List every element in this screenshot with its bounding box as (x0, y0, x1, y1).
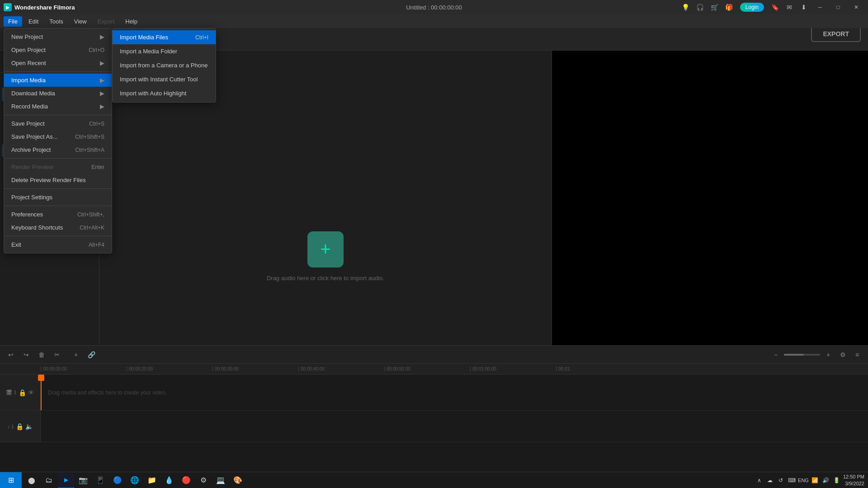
import-folder-label: Import a Media Folder (120, 48, 177, 55)
menu-exit[interactable]: Exit Alt+F4 (4, 238, 112, 251)
tray-battery-icon[interactable]: 🔋 (832, 476, 841, 485)
menu-view[interactable]: View (70, 16, 91, 27)
taskbar-search-button[interactable]: ⬤ (24, 472, 40, 488)
menu-export[interactable]: Export (93, 16, 119, 27)
taskbar-icons: ⬤ 🗂 ▶ 📷 📱 🔵 🌐 📁 💧 🔴 ⚙ 💻 🎨 (22, 472, 248, 488)
zoom-slider-fill (784, 354, 804, 356)
video-track-content: Drag media and effects here to create yo… (41, 375, 868, 410)
maximize-button[interactable]: □ (830, 0, 846, 14)
preferences-label: Preferences (11, 211, 43, 218)
taskbar-store-button[interactable]: 📷 (75, 472, 91, 488)
zoom-in-button[interactable]: + (822, 348, 835, 361)
audio-track-content (41, 411, 868, 442)
taskbar-icon12[interactable]: 🎨 (230, 472, 246, 488)
tray-network-icon[interactable]: 📶 (811, 476, 820, 485)
tray-refresh-icon[interactable]: ↺ (776, 476, 785, 485)
taskbar-lang[interactable]: ENG (798, 478, 809, 483)
tray-volume-icon[interactable]: 🔊 (821, 476, 830, 485)
taskbar-filmora-button[interactable]: ▶ (58, 472, 74, 488)
timeline-more-icon[interactable]: ≡ (851, 348, 863, 361)
menu-project-settings[interactable]: Project Settings (4, 191, 112, 204)
menu-save-project[interactable]: Save Project Ctrl+S (4, 117, 112, 130)
project-settings-label: Project Settings (11, 194, 52, 201)
add-track-button[interactable]: + (70, 348, 82, 361)
export-button[interactable]: EXPORT (811, 26, 861, 42)
taskbar-icon11[interactable]: 💻 (212, 472, 229, 488)
menu-save-project-as[interactable]: Save Project As... Ctrl+Shift+S (4, 130, 112, 143)
lock-icon[interactable]: 🔒 (19, 389, 26, 396)
video-track-placeholder: Drag media and effects here to create yo… (41, 389, 167, 396)
tray-keyboard-icon[interactable]: ⌨ (787, 476, 796, 485)
cart-icon[interactable]: 🛒 (708, 1, 721, 14)
menu-keyboard-shortcuts[interactable]: Keyboard Shortcuts Ctrl+Alt+K (4, 221, 112, 234)
menu-archive-project[interactable]: Archive Project Ctrl+Shift+A (4, 143, 112, 156)
record-media-arrow: ▶ (100, 103, 104, 110)
menu-open-project[interactable]: Open Project Ctrl+O (4, 43, 112, 56)
taskbar-pin1-button[interactable]: 🔵 (109, 472, 126, 488)
delete-button[interactable]: 🗑 (35, 348, 48, 361)
taskbar-files-button[interactable]: 🗂 (41, 472, 57, 488)
zoom-out-button[interactable]: − (769, 348, 782, 361)
login-button[interactable]: Login (740, 3, 764, 12)
menu-record-media[interactable]: Record Media ▶ (4, 100, 112, 113)
titlebar-controls: 💡 🎧 🛒 🎁 Login 🔖 ✉ ⬇ ─ □ ✕ (679, 0, 864, 14)
submenu-import-camera[interactable]: Import from a Camera or a Phone (113, 58, 216, 72)
tray-chevron-icon[interactable]: ∧ (755, 476, 764, 485)
menu-file[interactable]: File (4, 16, 22, 27)
close-button[interactable]: ✕ (848, 0, 864, 14)
headphone-icon[interactable]: 🎧 (694, 1, 707, 14)
import-add-button[interactable]: + (307, 231, 344, 267)
undo-button[interactable]: ↩ (5, 348, 17, 361)
bulb-icon[interactable]: 💡 (679, 1, 692, 14)
taskbar-time[interactable]: 12:50 PM 3/9/2022 (843, 474, 864, 487)
menu-tools[interactable]: Tools (45, 16, 67, 27)
audio-lock-icon[interactable]: 🔒 (16, 423, 24, 430)
menu-sep-1 (4, 71, 112, 72)
open-recent-label: Open Recent (11, 60, 46, 66)
taskbar-phone-button[interactable]: 📱 (92, 472, 108, 488)
import-auto-label: Import with Auto Highlight (120, 90, 186, 97)
menu-delete-preview[interactable]: Delete Preview Render Files (4, 174, 112, 187)
save-project-label: Save Project (11, 120, 45, 127)
menu-open-recent[interactable]: Open Recent ▶ (4, 56, 112, 70)
exit-shortcut: Alt+F4 (89, 242, 104, 248)
menu-import-media[interactable]: Import Media ▶ (4, 74, 112, 87)
taskbar-settings-button[interactable]: ⚙ (195, 472, 212, 488)
taskbar-folder-button[interactable]: 📁 (144, 472, 160, 488)
import-files-label: Import Media Files (120, 34, 168, 41)
import-media-label: Import Media (11, 77, 46, 84)
tray-cloud-icon[interactable]: ☁ (765, 476, 774, 485)
download-icon[interactable]: ⬇ (797, 1, 810, 14)
submenu-import-instant[interactable]: Import with Instant Cutter Tool (113, 72, 216, 86)
menu-preferences[interactable]: Preferences Ctrl+Shift+, (4, 208, 112, 221)
redo-button[interactable]: ↪ (20, 348, 33, 361)
taskbar-dropbox-button[interactable]: 💧 (161, 472, 177, 488)
taskbar-edge-button[interactable]: 🌐 (127, 472, 143, 488)
import-submenu: Import Media Files Ctrl+I Import a Media… (112, 28, 216, 103)
menu-new-project[interactable]: New Project ▶ (4, 30, 112, 43)
menu-edit[interactable]: Edit (24, 16, 43, 27)
import-files-shortcut: Ctrl+I (195, 34, 208, 41)
logo-icon: ▶ (4, 3, 12, 11)
menu-help[interactable]: Help (121, 16, 142, 27)
gift-icon[interactable]: 🎁 (723, 1, 736, 14)
submenu-import-files[interactable]: Import Media Files Ctrl+I (113, 30, 216, 44)
import-media-arrow: ▶ (100, 77, 104, 84)
submenu-import-folder[interactable]: Import a Media Folder (113, 44, 216, 58)
scissors-button[interactable]: ✂ (51, 348, 63, 361)
taskbar-icon9[interactable]: 🔴 (178, 472, 194, 488)
audio-volume-icon[interactable]: 🔈 (25, 423, 33, 430)
zoom-slider[interactable] (784, 354, 820, 356)
timeline-settings-icon[interactable]: ⚙ (836, 348, 849, 361)
minimize-button[interactable]: ─ (812, 0, 828, 14)
ruler-mark-2: 00:00:30:00 (212, 366, 298, 371)
menu-render-preview: Render Preview Enter (4, 160, 112, 174)
link-button[interactable]: 🔗 (85, 348, 98, 361)
start-button[interactable]: ⊞ (0, 472, 22, 488)
ruler-mark-1: 00:00:20:00 (127, 366, 212, 371)
bookmark-icon[interactable]: 🔖 (769, 1, 781, 14)
mail-icon[interactable]: ✉ (783, 1, 796, 14)
eye-icon[interactable]: 👁 (28, 389, 34, 396)
menu-download-media[interactable]: Download Media ▶ (4, 87, 112, 100)
submenu-import-auto[interactable]: Import with Auto Highlight (113, 86, 216, 100)
